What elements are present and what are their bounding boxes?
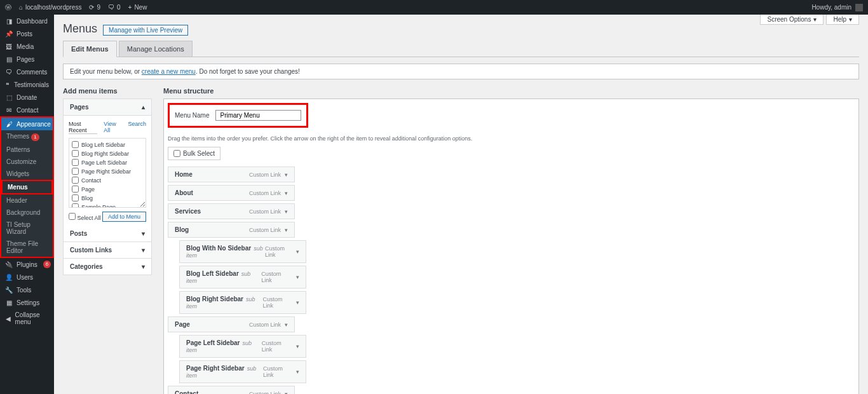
admin-sidebar: ◨Dashboard 📌Posts 🖼Media ▤Pages 🗨Comment… bbox=[0, 15, 54, 394]
submenu-patterns[interactable]: Patterns bbox=[1, 144, 53, 156]
page-check-item[interactable]: Page bbox=[72, 186, 143, 193]
sidebar-item-appearance[interactable]: 🖌Appearance bbox=[1, 118, 53, 130]
submenu-menus[interactable]: Menus bbox=[3, 181, 51, 193]
acc-custom-header[interactable]: Custom Links▾ bbox=[64, 242, 151, 259]
collapse-icon: ◀ bbox=[5, 315, 11, 322]
submenu-ti-setup[interactable]: TI Setup Wizard bbox=[1, 219, 53, 238]
subtab-recent[interactable]: Most Recent bbox=[69, 121, 97, 134]
menu-item-type-label: Custom Link bbox=[249, 391, 281, 395]
chevron-down-icon[interactable]: ▾ bbox=[285, 172, 288, 178]
tab-edit-menus[interactable]: Edit Menus bbox=[63, 41, 117, 57]
page-check-item[interactable]: Contact bbox=[72, 177, 143, 184]
subtab-viewall[interactable]: View All bbox=[104, 121, 121, 134]
site-name[interactable]: ⌂localhost/wordpress bbox=[19, 4, 81, 11]
sidebar-item-testimonials[interactable]: ❝Testimonials bbox=[0, 78, 54, 91]
help-tab[interactable]: Help▾ bbox=[826, 15, 859, 25]
menu-item-title: Contact bbox=[175, 390, 198, 394]
submenu-themes[interactable]: Themes1 bbox=[1, 130, 53, 144]
menu-structure-item[interactable]: Blog Left Sidebarsub itemCustom Link▾ bbox=[179, 266, 306, 289]
chevron-down-icon[interactable]: ▾ bbox=[285, 391, 288, 395]
chevron-down-icon[interactable]: ▾ bbox=[296, 299, 299, 306]
acc-pages-header[interactable]: Pages▴ bbox=[64, 99, 151, 116]
menu-name-input[interactable] bbox=[215, 110, 301, 121]
menu-item-type-label: Custom Link bbox=[265, 245, 292, 258]
menu-item-type-label: Custom Link bbox=[263, 296, 292, 309]
tab-manage-locations[interactable]: Manage Locations bbox=[119, 41, 193, 57]
sidebar-item-pages[interactable]: ▤Pages bbox=[0, 53, 54, 65]
updates[interactable]: ⟳9 bbox=[89, 4, 100, 11]
submenu-widgets[interactable]: Widgets bbox=[1, 168, 53, 180]
menu-structure-item[interactable]: ServicesCustom Link▾ bbox=[168, 203, 295, 219]
chevron-down-icon[interactable]: ▾ bbox=[296, 248, 299, 255]
page-check-item[interactable]: Blog Right Sidebar bbox=[72, 150, 143, 157]
appearance-icon: 🖌 bbox=[6, 120, 13, 128]
page-check-item[interactable]: Page Right Sidebar bbox=[72, 168, 143, 175]
menu-item-title: Services bbox=[175, 208, 201, 215]
bulk-select-top[interactable]: Bulk Select bbox=[168, 147, 220, 160]
chevron-down-icon[interactable]: ▾ bbox=[296, 274, 299, 280]
chevron-down-icon: ▾ bbox=[142, 263, 145, 270]
add-to-menu-button[interactable]: Add to Menu bbox=[102, 212, 146, 222]
menu-item-title: Blog With No Sidebar bbox=[186, 245, 251, 252]
menu-item-type-label: Custom Link bbox=[249, 208, 281, 215]
chevron-down-icon: ▾ bbox=[142, 230, 145, 237]
page-check-item[interactable]: Blog Left Sidebar bbox=[72, 141, 143, 148]
pages-checklist[interactable]: Blog Left Sidebar Blog Right Sidebar Pag… bbox=[69, 138, 146, 208]
howdy-admin[interactable]: Howdy, admin bbox=[811, 4, 851, 11]
chevron-down-icon: ▾ bbox=[142, 247, 145, 254]
menu-structure-item[interactable]: Page Right Sidebarsub itemCustom Link▾ bbox=[179, 360, 306, 383]
sidebar-item-contact[interactable]: ✉Contact bbox=[0, 104, 54, 116]
comment-icon: 🗨 bbox=[108, 4, 114, 11]
submenu-header[interactable]: Header bbox=[1, 194, 53, 207]
comments-bubble[interactable]: 🗨0 bbox=[108, 4, 121, 11]
menu-structure-item[interactable]: ContactCustom Link▾ bbox=[168, 386, 295, 394]
chevron-down-icon[interactable]: ▾ bbox=[296, 369, 299, 375]
subtab-search[interactable]: Search bbox=[128, 121, 146, 134]
page-check-item[interactable]: Blog bbox=[72, 194, 143, 201]
submenu-background[interactable]: Background bbox=[1, 207, 53, 219]
select-all[interactable]: Select All bbox=[69, 213, 101, 221]
plus-icon: + bbox=[128, 4, 132, 11]
screen-options-tab[interactable]: Screen Options▾ bbox=[760, 15, 824, 25]
menu-structure-item[interactable]: Blog Right Sidebarsub itemCustom Link▾ bbox=[179, 291, 306, 314]
page-check-item[interactable]: Sample Page bbox=[72, 203, 143, 208]
wp-logo[interactable]: ⓦ bbox=[5, 3, 11, 12]
menu-structure-item[interactable]: PageCustom Link▾ bbox=[168, 316, 295, 332]
chevron-down-icon[interactable]: ▾ bbox=[285, 190, 288, 196]
acc-posts-header[interactable]: Posts▾ bbox=[64, 226, 151, 242]
page-check-item[interactable]: Page Left Sidebar bbox=[72, 159, 143, 166]
acc-categories-header[interactable]: Categories▾ bbox=[64, 259, 151, 275]
new-content[interactable]: +New bbox=[128, 4, 147, 11]
sidebar-item-media[interactable]: 🖼Media bbox=[0, 40, 54, 53]
sidebar-item-comments[interactable]: 🗨Comments bbox=[0, 65, 54, 78]
create-new-menu-link[interactable]: create a new menu bbox=[142, 68, 196, 75]
menu-structure-item[interactable]: Blog With No Sidebarsub itemCustom Link▾ bbox=[179, 240, 306, 263]
submenu-theme-editor[interactable]: Theme File Editor bbox=[1, 238, 53, 257]
menu-item-type-label: Custom Link bbox=[261, 271, 292, 283]
chevron-down-icon: ▾ bbox=[813, 16, 817, 23]
chevron-down-icon: ▾ bbox=[849, 16, 852, 23]
live-preview-button[interactable]: Manage with Live Preview bbox=[103, 25, 188, 36]
avatar[interactable] bbox=[855, 4, 863, 11]
menu-structure-item[interactable]: BlogCustom Link▾ bbox=[168, 222, 295, 238]
notice-box: Edit your menu below, or create a new me… bbox=[63, 64, 859, 79]
sidebar-item-users[interactable]: 👤Users bbox=[0, 271, 54, 283]
dashboard-icon: ◨ bbox=[5, 17, 13, 25]
menu-item-title: Page Left Sidebar bbox=[186, 339, 240, 346]
submenu-customize[interactable]: Customize bbox=[1, 156, 53, 168]
sidebar-item-dashboard[interactable]: ◨Dashboard bbox=[0, 15, 54, 27]
chevron-down-icon[interactable]: ▾ bbox=[285, 227, 288, 233]
chevron-down-icon[interactable]: ▾ bbox=[285, 208, 288, 215]
menu-structure-item[interactable]: HomeCustom Link▾ bbox=[168, 166, 295, 182]
sidebar-item-plugins[interactable]: 🔌Plugins6 bbox=[0, 258, 54, 271]
sidebar-collapse[interactable]: ◀Collapse menu bbox=[0, 309, 54, 328]
menu-structure-item[interactable]: Page Left Sidebarsub itemCustom Link▾ bbox=[179, 335, 306, 358]
sidebar-item-tools[interactable]: 🔧Tools bbox=[0, 283, 54, 296]
chevron-down-icon[interactable]: ▾ bbox=[296, 343, 299, 350]
sidebar-item-donate[interactable]: ⬚Donate bbox=[0, 91, 54, 104]
sidebar-item-posts[interactable]: 📌Posts bbox=[0, 27, 54, 40]
chevron-down-icon[interactable]: ▾ bbox=[285, 322, 288, 328]
sidebar-item-settings[interactable]: ▦Settings bbox=[0, 296, 54, 309]
menu-structure-item[interactable]: AboutCustom Link▾ bbox=[168, 185, 295, 201]
main-content: Screen Options▾ Help▾ Menus Manage with … bbox=[54, 15, 868, 394]
